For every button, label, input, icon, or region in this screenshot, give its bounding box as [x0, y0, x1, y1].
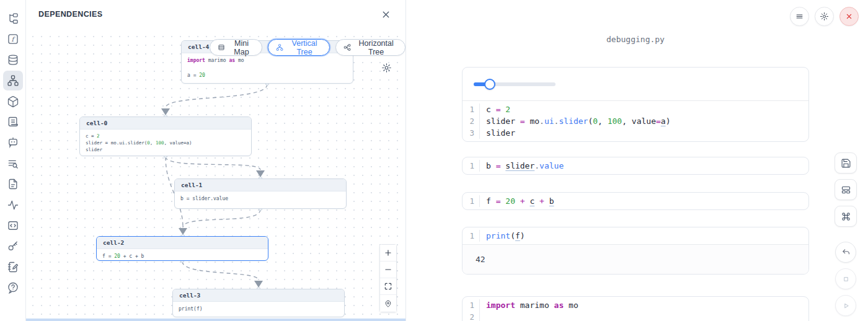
zoom-out-button[interactable]	[380, 262, 396, 278]
node-code-line: f = 20 + c + b	[102, 253, 262, 260]
fit-view-button[interactable]	[380, 278, 396, 295]
graph-node-cell-3[interactable]: cell-3 print(f)	[172, 289, 345, 317]
node-code-line: print(f)	[179, 306, 339, 313]
line-number: 1	[463, 299, 479, 311]
minimap-button[interactable]: Mini Map	[210, 39, 262, 56]
code-line	[479, 311, 808, 321]
panel-title: DEPENDENCIES	[38, 10, 102, 19]
tracing-icon[interactable]	[3, 195, 23, 215]
code-line: b = slider.value	[479, 160, 808, 172]
zoom-in-button[interactable]	[380, 245, 396, 262]
help-icon[interactable]	[3, 278, 23, 297]
ai-chat-icon[interactable]	[3, 133, 23, 152]
gear-icon	[820, 12, 829, 21]
node-code-line: slider	[86, 146, 246, 153]
stop-button[interactable]	[835, 268, 856, 289]
vertical-tree-icon	[276, 43, 283, 52]
node-code-line: import marimo as mo	[187, 57, 347, 64]
line-number: 2	[463, 311, 479, 321]
node-code-line: a = 20	[187, 72, 347, 79]
minus-icon	[384, 265, 392, 274]
node-title: cell-3	[173, 289, 344, 302]
line-number: 1	[463, 160, 479, 172]
settings-button[interactable]	[815, 7, 834, 26]
undo-button[interactable]	[835, 242, 856, 263]
notebook-cell-f[interactable]: 1f = 20 + c + b	[462, 192, 809, 210]
cell-editor[interactable]: 1import marimo as mo 2	[463, 297, 808, 321]
graph-node-cell-1[interactable]: cell-1 b = slider.value	[174, 178, 347, 209]
panel-resize-bar[interactable]	[26, 319, 406, 321]
functions-icon[interactable]: f	[3, 29, 23, 49]
notebook-action-rail	[835, 152, 857, 316]
helper-sidebar: f	[0, 0, 26, 321]
dependency-graph-icon[interactable]	[3, 71, 23, 90]
node-title: cell-0	[80, 117, 251, 130]
notebook-cell-print[interactable]: 1print(f) 42	[462, 227, 809, 275]
play-icon	[841, 301, 851, 311]
documentation-icon[interactable]	[3, 174, 23, 194]
dependencies-panel: DEPENDENCIES	[26, 0, 406, 321]
graph-settings-button[interactable]	[379, 61, 394, 75]
packages-icon[interactable]	[3, 92, 23, 112]
notebook-cell-import[interactable]: 1import marimo as mo 2	[462, 296, 809, 321]
close-icon	[381, 9, 391, 20]
node-title: cell-1	[175, 179, 346, 191]
cell-editor[interactable]: 1f = 20 + c + b	[463, 193, 808, 209]
datasources-icon[interactable]	[3, 50, 23, 70]
close-panel-button[interactable]	[379, 7, 393, 22]
graph-node-cell-2[interactable]: cell-2 f = 20 + c + b	[96, 236, 268, 261]
layout-button[interactable]	[835, 179, 857, 200]
snippets-icon[interactable]	[3, 216, 23, 235]
scratchpad-icon[interactable]	[3, 257, 23, 277]
file-tree-icon[interactable]	[3, 9, 23, 29]
cell-editor[interactable]: 1print(f)	[463, 227, 808, 244]
notebook-area: debugging.py 1c = 2 2slider = mo.ui.slid…	[406, 0, 868, 321]
gear-icon	[381, 63, 392, 73]
graph-view-toolbar: Mini Map Vertical Tree Horizontal Tree	[210, 39, 405, 56]
code-line: import marimo as mo	[479, 299, 808, 311]
save-button[interactable]	[835, 152, 857, 174]
notebook-cell-slider[interactable]: 1c = 2 2slider = mo.ui.slider(0, 100, va…	[462, 67, 809, 142]
code-line: slider	[479, 127, 808, 139]
slider-widget[interactable]	[474, 79, 556, 90]
slider-thumb[interactable]	[484, 79, 495, 90]
code-line: f = 20 + c + b	[479, 195, 808, 207]
undo-icon	[841, 247, 851, 258]
logs-icon[interactable]	[3, 112, 23, 132]
svg-text:f: f	[11, 36, 16, 43]
line-number: 3	[463, 127, 479, 139]
plus-icon	[384, 248, 392, 257]
notebook-cell-b[interactable]: 1b = slider.value	[462, 157, 809, 175]
run-button[interactable]	[835, 295, 856, 316]
code-line: slider = mo.ui.slider(0, 100, value=a)	[479, 115, 808, 127]
search-logs-icon[interactable]	[3, 154, 23, 174]
line-number: 1	[463, 195, 479, 207]
dependency-graph-canvas[interactable]: cell-4 import marimo as mo a = 20 cell-0…	[26, 29, 405, 319]
code-line: c = 2	[479, 103, 808, 115]
graph-node-cell-0[interactable]: cell-0 c = 2slider = mo.ui.slider(0, 100…	[79, 117, 252, 156]
shutdown-button[interactable]	[839, 7, 859, 26]
hamburger-icon	[795, 12, 804, 21]
line-number: 1	[463, 103, 479, 115]
toggle-interactivity-button[interactable]	[380, 295, 396, 312]
graph-zoom-controls	[379, 244, 397, 312]
vertical-tree-button[interactable]: Vertical Tree	[268, 39, 330, 56]
layout-icon	[841, 185, 851, 195]
horizontal-tree-button[interactable]: Horizontal Tree	[335, 39, 405, 56]
cell-output-slider	[463, 68, 808, 101]
command-icon	[841, 211, 851, 222]
keyboard-shortcuts-button[interactable]	[835, 206, 857, 227]
marimo-app: f	[0, 0, 868, 321]
menu-button[interactable]	[790, 7, 809, 26]
notebook-top-actions	[790, 7, 859, 26]
dependencies-header: DEPENDENCIES	[26, 0, 405, 29]
line-number: 1	[463, 230, 479, 242]
node-code-line: slider = mo.ui.slider(0, 100, value=a)	[86, 139, 246, 146]
secrets-icon[interactable]	[3, 236, 23, 256]
node-title: cell-2	[97, 237, 268, 249]
cell-output-console: 42	[463, 244, 808, 274]
cell-editor[interactable]: 1b = slider.value	[463, 157, 808, 174]
cell-editor[interactable]: 1c = 2 2slider = mo.ui.slider(0, 100, va…	[463, 101, 808, 141]
code-line: print(f)	[479, 230, 808, 242]
line-number: 2	[463, 115, 479, 127]
